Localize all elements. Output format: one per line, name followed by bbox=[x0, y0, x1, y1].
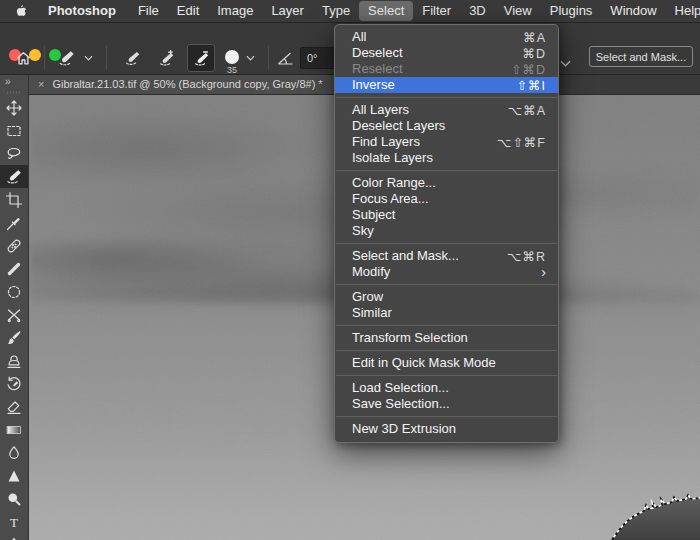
clone-stamp-tool[interactable] bbox=[0, 349, 28, 372]
svg-text:T: T bbox=[10, 514, 18, 529]
menu-item-shortcut: ⌘D bbox=[522, 46, 546, 61]
menu-item-all[interactable]: All⌘A bbox=[335, 29, 558, 45]
brush-size-value: 35 bbox=[227, 66, 237, 75]
menubar-item-window[interactable]: Window bbox=[601, 1, 665, 21]
menu-item-focus-area[interactable]: Focus Area... bbox=[335, 191, 558, 207]
collapse-panel-button[interactable]: » bbox=[0, 74, 28, 87]
new-selection-mode-button[interactable] bbox=[119, 45, 145, 71]
brush-stroke-icon bbox=[5, 260, 23, 278]
selection-brush-tool[interactable] bbox=[0, 165, 28, 188]
menu-item-color-range[interactable]: Color Range... bbox=[335, 175, 558, 191]
dodge-tool[interactable] bbox=[0, 487, 28, 510]
eraser-icon bbox=[5, 398, 23, 416]
eyedropper-tool[interactable] bbox=[0, 211, 28, 234]
menu-item-grow[interactable]: Grow bbox=[335, 289, 558, 305]
brush-tip-preview bbox=[225, 50, 239, 64]
selection-brush-icon bbox=[5, 168, 23, 186]
home-button[interactable] bbox=[10, 45, 36, 71]
menu-bar: PhotoshopFileEditImageLayerTypeSelectFil… bbox=[0, 0, 700, 23]
move-tool[interactable] bbox=[0, 96, 28, 119]
move-icon bbox=[5, 99, 23, 117]
menu-item-label: Transform Selection bbox=[352, 330, 546, 346]
menu-item-label: Similar bbox=[352, 305, 546, 321]
paintbrush-tool[interactable] bbox=[0, 326, 28, 349]
menu-item-edit-in-quick-mask-mode[interactable]: Edit in Quick Mask Mode bbox=[335, 355, 558, 371]
menubar-item-filter[interactable]: Filter bbox=[413, 1, 460, 21]
menu-item-label: Sky bbox=[352, 223, 546, 239]
menu-item-select-and-mask[interactable]: Select and Mask...⌥⌘R bbox=[335, 248, 558, 264]
menu-item-reselect: Reselect⇧⌘D bbox=[335, 61, 558, 77]
tab-close-icon[interactable]: × bbox=[38, 78, 44, 90]
tool-preset-chevron[interactable] bbox=[84, 55, 93, 61]
menu-item-load-selection[interactable]: Load Selection... bbox=[335, 380, 558, 396]
menubar-item-layer[interactable]: Layer bbox=[262, 1, 313, 21]
apple-menu[interactable] bbox=[0, 4, 35, 19]
menu-item-save-selection[interactable]: Save Selection... bbox=[335, 396, 558, 412]
menu-item-deselect[interactable]: Deselect⌘D bbox=[335, 45, 558, 61]
menubar-item-photoshop[interactable]: Photoshop bbox=[39, 1, 125, 21]
brush-stroke-tool[interactable] bbox=[0, 257, 28, 280]
pen-icon bbox=[5, 536, 23, 540]
menu-separator bbox=[336, 375, 557, 376]
clone-stamp-icon bbox=[5, 352, 23, 370]
menu-item-subject[interactable]: Subject bbox=[335, 207, 558, 223]
menu-separator bbox=[336, 243, 557, 244]
menubar-item-plugins[interactable]: Plugins bbox=[541, 1, 602, 21]
divider bbox=[44, 46, 45, 70]
blur-tool[interactable] bbox=[0, 441, 28, 464]
lasso-tool[interactable] bbox=[0, 142, 28, 165]
menu-item-find-layers[interactable]: Find Layers⌥⇧⌘F bbox=[335, 134, 558, 150]
marquee-tool[interactable] bbox=[0, 119, 28, 142]
menu-item-transform-selection[interactable]: Transform Selection bbox=[335, 330, 558, 346]
menu-item-isolate-layers[interactable]: Isolate Layers bbox=[335, 150, 558, 166]
panel-grip[interactable] bbox=[7, 91, 21, 94]
pen-tool[interactable] bbox=[0, 533, 28, 540]
menubar-item-select[interactable]: Select bbox=[359, 1, 413, 21]
menu-item-label: Edit in Quick Mask Mode bbox=[352, 355, 546, 371]
menubar-item-file[interactable]: File bbox=[129, 1, 168, 21]
menubar-item-3d[interactable]: 3D bbox=[460, 1, 495, 21]
dodge-icon bbox=[5, 490, 23, 508]
select-and-mask-button[interactable]: Select and Mask... bbox=[589, 46, 693, 67]
menu-item-shortcut: ⇧⌘I bbox=[517, 78, 546, 93]
brush-size-picker[interactable]: 35 bbox=[223, 42, 260, 75]
menu-item-modify[interactable]: Modify› bbox=[335, 264, 558, 280]
sharpen-tool[interactable] bbox=[0, 464, 28, 487]
menu-separator bbox=[336, 350, 557, 351]
menubar-item-help[interactable]: Help bbox=[666, 1, 700, 21]
home-icon bbox=[15, 50, 32, 67]
menubar-item-type[interactable]: Type bbox=[313, 1, 359, 21]
gradient-tool[interactable] bbox=[0, 418, 28, 441]
menu-item-deselect-layers[interactable]: Deselect Layers bbox=[335, 118, 558, 134]
menu-item-label: Find Layers bbox=[352, 134, 497, 150]
subtract-selection-mode-button[interactable] bbox=[187, 44, 215, 72]
history-brush-tool[interactable] bbox=[0, 372, 28, 395]
menu-item-similar[interactable]: Similar bbox=[335, 305, 558, 321]
menu-item-label: Deselect Layers bbox=[352, 118, 546, 134]
crop-tool[interactable] bbox=[0, 188, 28, 211]
tool-preset-button[interactable] bbox=[53, 45, 79, 71]
menu-item-label: Deselect bbox=[352, 45, 522, 61]
healing-brush-icon bbox=[5, 237, 23, 255]
menu-item-shortcut: ⇧⌘D bbox=[511, 62, 546, 77]
menu-item-sky[interactable]: Sky bbox=[335, 223, 558, 239]
menubar-item-image[interactable]: Image bbox=[208, 1, 262, 21]
type-tool[interactable]: T bbox=[0, 510, 28, 533]
selected-rock-shape bbox=[608, 478, 700, 540]
eraser-tool[interactable] bbox=[0, 395, 28, 418]
menu-item-all-layers[interactable]: All Layers⌥⌘A bbox=[335, 102, 558, 118]
brush-size-chevron[interactable] bbox=[246, 55, 255, 61]
apple-icon bbox=[14, 4, 27, 19]
menu-item-new-3d-extrusion[interactable]: New 3D Extrusion bbox=[335, 421, 558, 437]
dashed-circle-tool[interactable] bbox=[0, 280, 28, 303]
menu-item-shortcut: ⌥⌘R bbox=[507, 249, 546, 264]
crossed-lines-tool[interactable] bbox=[0, 303, 28, 326]
options-overflow-chevron[interactable] bbox=[560, 53, 571, 71]
menubar-item-edit[interactable]: Edit bbox=[168, 1, 208, 21]
menubar-item-view[interactable]: View bbox=[495, 1, 541, 21]
type-icon: T bbox=[5, 513, 23, 531]
healing-brush-tool[interactable] bbox=[0, 234, 28, 257]
document-tab[interactable]: × Gibraltar.21.03.tif @ 50% (Background … bbox=[28, 74, 341, 94]
add-selection-mode-button[interactable] bbox=[153, 45, 179, 71]
menu-item-inverse[interactable]: Inverse⇧⌘I bbox=[335, 77, 558, 93]
